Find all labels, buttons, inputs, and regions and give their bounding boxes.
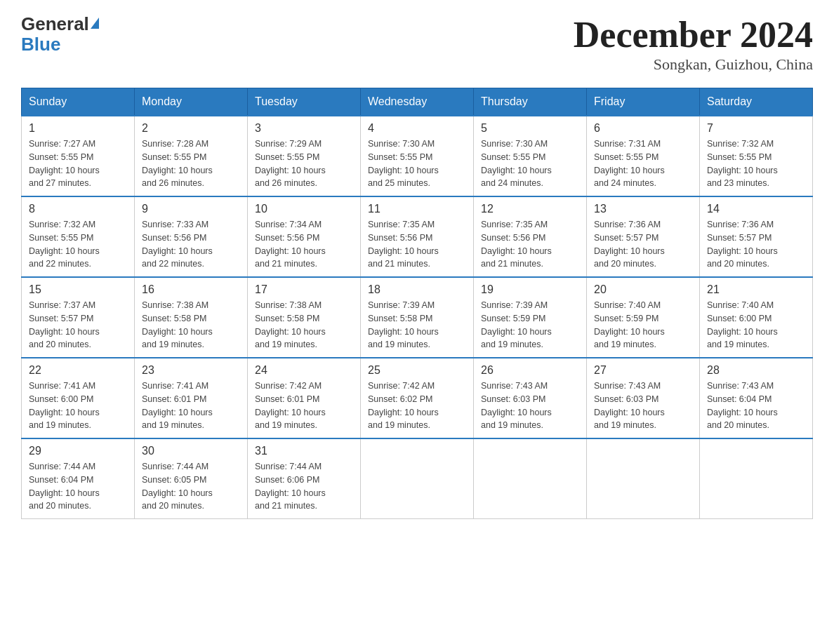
day-info: Sunrise: 7:32 AMSunset: 5:55 PMDaylight:… <box>707 137 805 190</box>
day-info: Sunrise: 7:40 AMSunset: 5:59 PMDaylight:… <box>594 299 692 351</box>
day-info: Sunrise: 7:41 AMSunset: 6:01 PMDaylight:… <box>142 380 240 432</box>
day-info: Sunrise: 7:40 AMSunset: 6:00 PMDaylight:… <box>707 299 805 351</box>
day-info: Sunrise: 7:44 AMSunset: 6:05 PMDaylight:… <box>142 460 240 513</box>
calendar-cell: 1Sunrise: 7:27 AMSunset: 5:55 PMDaylight… <box>22 116 135 196</box>
day-number: 4 <box>368 122 466 135</box>
calendar-cell: 11Sunrise: 7:35 AMSunset: 5:56 PMDayligh… <box>361 196 474 277</box>
day-number: 8 <box>29 203 127 215</box>
calendar-cell <box>361 438 474 519</box>
calendar-cell: 27Sunrise: 7:43 AMSunset: 6:03 PMDayligh… <box>587 358 700 438</box>
day-number: 19 <box>481 283 579 296</box>
day-number: 7 <box>707 122 805 135</box>
calendar-cell: 26Sunrise: 7:43 AMSunset: 6:03 PMDayligh… <box>474 358 587 438</box>
day-number: 18 <box>368 283 466 296</box>
logo-blue-text: Blue <box>21 34 99 55</box>
header-friday: Friday <box>587 88 700 116</box>
logo-arrow-icon <box>91 18 99 29</box>
day-number: 1 <box>29 122 127 135</box>
day-info: Sunrise: 7:38 AMSunset: 5:58 PMDaylight:… <box>255 299 353 351</box>
calendar-cell: 21Sunrise: 7:40 AMSunset: 6:00 PMDayligh… <box>700 277 813 358</box>
calendar-cell <box>587 438 700 519</box>
calendar-cell: 5Sunrise: 7:30 AMSunset: 5:55 PMDaylight… <box>474 116 587 196</box>
title-block: December 2024 Songkan, Guizhou, China <box>574 14 813 74</box>
day-number: 3 <box>255 122 353 135</box>
calendar-cell: 14Sunrise: 7:36 AMSunset: 5:57 PMDayligh… <box>700 196 813 277</box>
day-number: 12 <box>481 203 579 215</box>
day-info: Sunrise: 7:30 AMSunset: 5:55 PMDaylight:… <box>481 137 579 190</box>
day-info: Sunrise: 7:27 AMSunset: 5:55 PMDaylight:… <box>29 137 127 190</box>
day-number: 27 <box>594 364 692 377</box>
day-info: Sunrise: 7:29 AMSunset: 5:55 PMDaylight:… <box>255 137 353 190</box>
day-number: 6 <box>594 122 692 135</box>
day-info: Sunrise: 7:43 AMSunset: 6:03 PMDaylight:… <box>594 380 692 432</box>
calendar-cell: 15Sunrise: 7:37 AMSunset: 5:57 PMDayligh… <box>22 277 135 358</box>
calendar-cell: 7Sunrise: 7:32 AMSunset: 5:55 PMDaylight… <box>700 116 813 196</box>
page-header: General Blue December 2024 Songkan, Guiz… <box>21 14 813 74</box>
calendar-cell <box>474 438 587 519</box>
calendar-week-row: 8Sunrise: 7:32 AMSunset: 5:55 PMDaylight… <box>22 196 813 277</box>
calendar-cell: 19Sunrise: 7:39 AMSunset: 5:59 PMDayligh… <box>474 277 587 358</box>
day-info: Sunrise: 7:33 AMSunset: 5:56 PMDaylight:… <box>142 218 240 271</box>
calendar-week-row: 1Sunrise: 7:27 AMSunset: 5:55 PMDaylight… <box>22 116 813 196</box>
day-info: Sunrise: 7:30 AMSunset: 5:55 PMDaylight:… <box>368 137 466 190</box>
header-sunday: Sunday <box>22 88 135 116</box>
calendar-cell: 22Sunrise: 7:41 AMSunset: 6:00 PMDayligh… <box>22 358 135 438</box>
day-info: Sunrise: 7:44 AMSunset: 6:04 PMDaylight:… <box>29 460 127 513</box>
header-monday: Monday <box>135 88 248 116</box>
day-info: Sunrise: 7:38 AMSunset: 5:58 PMDaylight:… <box>142 299 240 351</box>
day-info: Sunrise: 7:28 AMSunset: 5:55 PMDaylight:… <box>142 137 240 190</box>
calendar-week-row: 15Sunrise: 7:37 AMSunset: 5:57 PMDayligh… <box>22 277 813 358</box>
header-tuesday: Tuesday <box>248 88 361 116</box>
calendar-cell: 13Sunrise: 7:36 AMSunset: 5:57 PMDayligh… <box>587 196 700 277</box>
day-number: 21 <box>707 283 805 296</box>
calendar-cell: 17Sunrise: 7:38 AMSunset: 5:58 PMDayligh… <box>248 277 361 358</box>
day-info: Sunrise: 7:34 AMSunset: 5:56 PMDaylight:… <box>255 218 353 271</box>
logo: General Blue <box>21 14 99 54</box>
day-number: 10 <box>255 203 353 215</box>
calendar-cell: 4Sunrise: 7:30 AMSunset: 5:55 PMDaylight… <box>361 116 474 196</box>
day-info: Sunrise: 7:43 AMSunset: 6:03 PMDaylight:… <box>481 380 579 432</box>
day-number: 25 <box>368 364 466 377</box>
day-number: 20 <box>594 283 692 296</box>
day-info: Sunrise: 7:42 AMSunset: 6:02 PMDaylight:… <box>368 380 466 432</box>
day-info: Sunrise: 7:37 AMSunset: 5:57 PMDaylight:… <box>29 299 127 351</box>
day-info: Sunrise: 7:44 AMSunset: 6:06 PMDaylight:… <box>255 460 353 513</box>
header-saturday: Saturday <box>700 88 813 116</box>
day-number: 11 <box>368 203 466 215</box>
day-number: 13 <box>594 203 692 215</box>
calendar-cell <box>700 438 813 519</box>
day-info: Sunrise: 7:35 AMSunset: 5:56 PMDaylight:… <box>481 218 579 271</box>
calendar-cell: 3Sunrise: 7:29 AMSunset: 5:55 PMDaylight… <box>248 116 361 196</box>
day-number: 2 <box>142 122 240 135</box>
day-info: Sunrise: 7:39 AMSunset: 5:58 PMDaylight:… <box>368 299 466 351</box>
calendar-header-row: Sunday Monday Tuesday Wednesday Thursday… <box>22 88 813 116</box>
day-number: 15 <box>29 283 127 296</box>
calendar-cell: 20Sunrise: 7:40 AMSunset: 5:59 PMDayligh… <box>587 277 700 358</box>
day-info: Sunrise: 7:39 AMSunset: 5:59 PMDaylight:… <box>481 299 579 351</box>
page-title: December 2024 <box>574 14 813 55</box>
day-info: Sunrise: 7:36 AMSunset: 5:57 PMDaylight:… <box>707 218 805 271</box>
calendar-cell: 31Sunrise: 7:44 AMSunset: 6:06 PMDayligh… <box>248 438 361 519</box>
day-number: 24 <box>255 364 353 377</box>
day-number: 30 <box>142 445 240 457</box>
calendar-cell: 2Sunrise: 7:28 AMSunset: 5:55 PMDaylight… <box>135 116 248 196</box>
day-number: 9 <box>142 203 240 215</box>
page-subtitle: Songkan, Guizhou, China <box>574 55 813 74</box>
calendar-cell: 30Sunrise: 7:44 AMSunset: 6:05 PMDayligh… <box>135 438 248 519</box>
day-number: 17 <box>255 283 353 296</box>
calendar-cell: 16Sunrise: 7:38 AMSunset: 5:58 PMDayligh… <box>135 277 248 358</box>
day-number: 22 <box>29 364 127 377</box>
logo-general-text: General <box>21 14 89 34</box>
calendar-cell: 28Sunrise: 7:43 AMSunset: 6:04 PMDayligh… <box>700 358 813 438</box>
calendar-week-row: 22Sunrise: 7:41 AMSunset: 6:00 PMDayligh… <box>22 358 813 438</box>
calendar-cell: 10Sunrise: 7:34 AMSunset: 5:56 PMDayligh… <box>248 196 361 277</box>
header-thursday: Thursday <box>474 88 587 116</box>
calendar-cell: 24Sunrise: 7:42 AMSunset: 6:01 PMDayligh… <box>248 358 361 438</box>
calendar-cell: 6Sunrise: 7:31 AMSunset: 5:55 PMDaylight… <box>587 116 700 196</box>
day-number: 14 <box>707 203 805 215</box>
day-info: Sunrise: 7:31 AMSunset: 5:55 PMDaylight:… <box>594 137 692 190</box>
calendar-cell: 9Sunrise: 7:33 AMSunset: 5:56 PMDaylight… <box>135 196 248 277</box>
calendar-cell: 18Sunrise: 7:39 AMSunset: 5:58 PMDayligh… <box>361 277 474 358</box>
calendar-table: Sunday Monday Tuesday Wednesday Thursday… <box>21 88 813 519</box>
day-number: 23 <box>142 364 240 377</box>
